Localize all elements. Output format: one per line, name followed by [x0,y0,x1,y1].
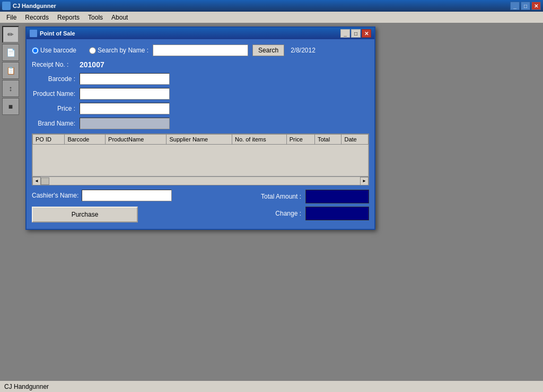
receipt-number: 201007 [80,60,104,69]
change-label: Change : [275,210,301,217]
barcode-input[interactable] [80,73,170,85]
col-total: Total [314,135,341,145]
search-button[interactable]: Search [252,44,284,56]
pos-window: Point of Sale _ □ ✕ Use barcode [25,26,375,230]
horizontal-scrollbar[interactable]: ◄ ► [32,176,369,185]
use-barcode-radio[interactable] [32,47,39,54]
table-body [33,145,369,176]
col-supplier-name: Supplier Name [167,135,232,145]
product-name-input[interactable] [80,88,170,100]
search-row: Use barcode Search by Name : Search 2/8/… [32,44,369,56]
menu-reports[interactable]: Reports [53,13,84,22]
use-barcode-label[interactable]: Use barcode [32,47,76,54]
cashier-input[interactable] [82,190,172,201]
sidebar-icon-list[interactable]: 📋 [2,62,19,79]
brand-name-input[interactable] [80,118,170,129]
cashier-label: Cashier's Name: [32,192,78,199]
pos-minimize-button[interactable]: _ [340,29,350,38]
sidebar: ✏ 📄 📋 ↕ ■ [0,23,21,380]
col-product-name: ProductName [106,135,167,145]
data-table-container: PO ID Barcode ProductName Supplier Name … [32,133,369,185]
col-price: Price [286,135,314,145]
price-row: Price : [32,103,369,114]
pos-maximize-button[interactable]: □ [351,29,361,38]
search-by-name-group: Search by Name : [89,47,148,54]
pos-window-controls: _ □ ✕ [340,29,371,38]
pos-content: Use barcode Search by Name : Search 2/8/… [27,39,374,229]
change-display [305,207,369,220]
pos-title-bar: Point of Sale _ □ ✕ [27,28,374,39]
app-title-bar: CJ Handgunner _ □ ✕ [0,0,543,12]
product-name-label: Product Name: [32,90,80,97]
barcode-row: Barcode : [32,73,369,85]
search-by-name-radio[interactable] [89,47,96,54]
product-name-row: Product Name: [32,88,369,100]
menu-file[interactable]: File [2,13,21,22]
pos-title: Point of Sale [40,30,75,37]
scroll-right-arrow[interactable]: ► [360,177,369,185]
col-date: Date [341,135,369,145]
total-amount-display [305,190,369,203]
status-bar: CJ Handgunner [0,380,543,392]
scroll-left-arrow[interactable]: ◄ [32,177,41,185]
minimize-app-button[interactable]: _ [510,2,520,10]
close-app-button[interactable]: ✕ [531,2,541,10]
sidebar-icon-edit[interactable]: ✏ [2,26,19,43]
app-title: CJ Handgunner [13,3,56,9]
data-table: PO ID Barcode ProductName Supplier Name … [32,134,369,176]
bottom-section: Cashier's Name: Purchase Total Amount : … [32,190,369,224]
maximize-app-button[interactable]: □ [521,2,530,10]
sidebar-icon-doc[interactable]: 📄 [2,44,19,61]
purchase-button[interactable]: Purchase [32,207,138,222]
date-display: 2/8/2012 [291,47,316,54]
search-name-input[interactable] [153,44,248,56]
menu-records[interactable]: Records [21,13,53,22]
cashier-row: Cashier's Name: [32,190,231,201]
receipt-row: Receipt No. : 201007 [32,60,369,69]
main-area: ✏ 📄 📋 ↕ ■ Point of Sale _ □ ✕ Use b [0,23,543,380]
total-amount-label: Total Amount : [261,193,301,200]
receipt-label: Receipt No. : [32,61,80,68]
scroll-thumb[interactable] [41,177,49,185]
menu-tools[interactable]: Tools [84,13,107,22]
brand-name-row: Brand Name: [32,118,369,129]
table-header-row: PO ID Barcode ProductName Supplier Name … [33,135,369,145]
col-po-id: PO ID [33,135,65,145]
pos-icon [30,30,37,37]
change-row: Change : [237,207,369,220]
title-bar-controls: _ □ ✕ [510,2,541,10]
menu-about[interactable]: About [107,13,132,22]
cashier-section: Cashier's Name: Purchase [32,190,231,222]
price-label: Price : [32,105,80,112]
brand-name-label: Brand Name: [32,120,80,127]
amounts-section: Total Amount : Change : [237,190,369,224]
table-empty-row [33,145,369,176]
pos-close-button[interactable]: ✕ [362,29,371,38]
search-by-name-label[interactable]: Search by Name : [89,47,148,54]
sidebar-icon-arrow[interactable]: ↕ [2,80,19,97]
barcode-label: Barcode : [32,75,80,83]
radio-group: Use barcode [32,47,76,54]
sidebar-icon-box[interactable]: ■ [2,98,19,115]
app-icon [2,2,11,10]
price-input[interactable] [80,103,170,114]
menu-bar: File Records Reports Tools About [0,12,543,23]
status-text: CJ Handgunner [4,383,49,390]
total-amount-row: Total Amount : [237,190,369,203]
col-barcode: Barcode [65,135,106,145]
col-no-of-items: No. of items [232,135,287,145]
